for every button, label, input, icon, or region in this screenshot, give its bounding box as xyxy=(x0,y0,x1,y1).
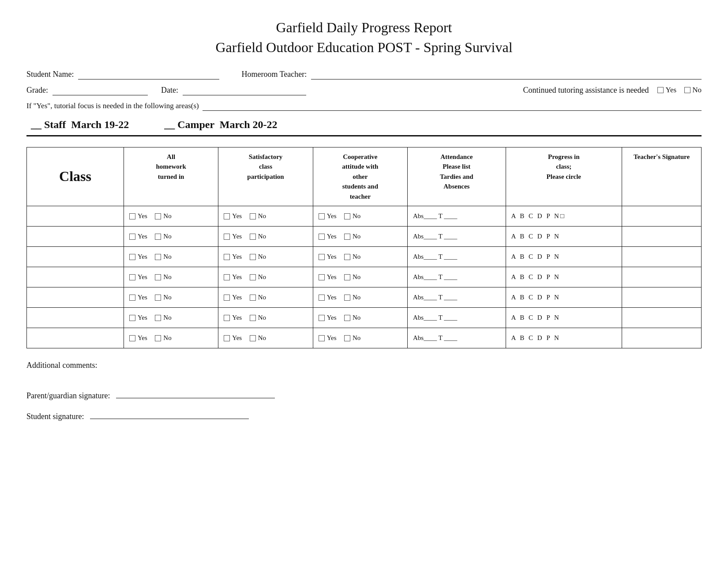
yes-cb[interactable] xyxy=(129,274,135,280)
date-input[interactable] xyxy=(183,86,306,95)
yes-text: Yes xyxy=(138,334,147,342)
abs-t-text: Abs____ T ____ xyxy=(413,212,457,219)
student-sig-label: Student signature: xyxy=(26,412,84,421)
no-cb[interactable] xyxy=(344,295,350,301)
yes-no-cell: Yes No xyxy=(313,328,407,348)
no-cb[interactable] xyxy=(344,254,350,260)
yes-cb[interactable] xyxy=(319,295,325,301)
yes-text: Yes xyxy=(232,314,242,321)
yes-no-cell: Yes No xyxy=(218,328,313,348)
yes-cb[interactable] xyxy=(319,315,325,321)
yes-cb[interactable] xyxy=(224,254,230,260)
abs-t-cell: Abs____ T ____ xyxy=(408,308,506,328)
grade-input[interactable] xyxy=(53,86,148,95)
no-text: No xyxy=(353,294,360,301)
no-cb[interactable] xyxy=(250,315,256,321)
table-row: Yes No Yes No Yes NoAbs____ T ____A B C … xyxy=(27,328,702,348)
yes-cb[interactable] xyxy=(224,213,230,219)
no-cb[interactable] xyxy=(250,335,256,341)
table-row: Yes No Yes No Yes NoAbs____ T ____A B C … xyxy=(27,308,702,328)
abs-t-text: Abs____ T ____ xyxy=(413,253,457,260)
yes-text: Yes xyxy=(138,314,147,321)
yes-cb[interactable] xyxy=(129,295,135,301)
yes-cb[interactable] xyxy=(129,213,135,219)
yes-text: Yes xyxy=(327,212,337,220)
additional-label: Additional comments: xyxy=(26,361,97,370)
yes-cb[interactable] xyxy=(129,254,135,260)
yes-text: Yes xyxy=(327,334,337,342)
yes-no-cell: Yes No xyxy=(124,308,218,328)
no-cb[interactable] xyxy=(344,213,350,219)
no-cb[interactable] xyxy=(250,234,256,240)
student-name-input[interactable] xyxy=(78,70,219,79)
no-cb[interactable] xyxy=(250,254,256,260)
yes-no-cell: Yes No xyxy=(124,227,218,247)
no-label: No xyxy=(692,86,702,94)
abs-t-cell: Abs____ T ____ xyxy=(408,247,506,267)
homeroom-input[interactable] xyxy=(311,70,702,79)
yes-checkbox-item[interactable]: Yes xyxy=(657,86,676,94)
class-cell xyxy=(27,267,124,287)
no-cb[interactable] xyxy=(250,295,256,301)
homeroom-label: Homeroom Teacher: xyxy=(241,70,307,79)
yes-cb[interactable] xyxy=(224,315,230,321)
stamp-row: __ Staff March 19-22 __ Camper March 20-… xyxy=(26,119,702,131)
yes-cb[interactable] xyxy=(224,335,230,341)
no-cb[interactable] xyxy=(344,274,350,280)
no-text: No xyxy=(163,233,171,240)
tutoring-label: Continued tutoring assistance is needed xyxy=(523,86,649,95)
grade-letters-cell: A B C D P N xyxy=(506,267,622,287)
yes-no-cell: Yes No xyxy=(218,227,313,247)
class-header: Class xyxy=(27,147,124,206)
yes-text: Yes xyxy=(138,253,147,261)
yes-no-cell: Yes No xyxy=(124,328,218,348)
no-text: No xyxy=(353,273,360,281)
yes-cb[interactable] xyxy=(129,234,135,240)
no-cb[interactable] xyxy=(344,335,350,341)
yes-no-cell: Yes No xyxy=(313,206,407,227)
yes-cb[interactable] xyxy=(224,295,230,301)
no-cb[interactable] xyxy=(250,274,256,280)
yes-no-cell: Yes No xyxy=(218,247,313,267)
camper-stamp: __ Camper March 20-22 xyxy=(164,119,277,131)
no-checkbox-item[interactable]: No xyxy=(684,86,702,94)
yes-cb[interactable] xyxy=(129,315,135,321)
no-text: No xyxy=(163,212,171,220)
no-cb[interactable] xyxy=(250,213,256,219)
no-text: No xyxy=(163,294,171,301)
no-cb[interactable] xyxy=(155,254,161,260)
no-checkbox[interactable] xyxy=(684,87,690,93)
yes-checkbox[interactable] xyxy=(657,87,664,93)
grade-letters-cell: A B C D P N□ xyxy=(506,206,622,227)
yes-cb[interactable] xyxy=(319,254,325,260)
no-cb[interactable] xyxy=(155,274,161,280)
grade-letters: A B C D P N xyxy=(511,233,560,240)
no-text: No xyxy=(353,233,360,240)
student-sig-line xyxy=(90,408,249,419)
date-label: Date: xyxy=(161,86,178,95)
yes-cb[interactable] xyxy=(319,274,325,280)
no-cb[interactable] xyxy=(155,213,161,219)
yes-text: Yes xyxy=(327,294,337,301)
no-cb[interactable] xyxy=(344,315,350,321)
no-cb[interactable] xyxy=(344,234,350,240)
yes-cb[interactable] xyxy=(319,213,325,219)
yes-cb[interactable] xyxy=(224,234,230,240)
teacher-sig-cell xyxy=(622,308,702,328)
grade-letters-cell: A B C D P N xyxy=(506,227,622,247)
no-cb[interactable] xyxy=(155,234,161,240)
abs-t-text: Abs____ T ____ xyxy=(413,273,457,280)
yes-cb[interactable] xyxy=(319,335,325,341)
yes-label: Yes xyxy=(665,86,676,94)
no-text: No xyxy=(163,253,171,261)
yes-cb[interactable] xyxy=(129,335,135,341)
focus-row: If "Yes", tutorial focus is needed in th… xyxy=(26,102,702,111)
yes-cb[interactable] xyxy=(224,274,230,280)
no-cb[interactable] xyxy=(155,335,161,341)
divider xyxy=(26,135,702,136)
focus-input[interactable] xyxy=(203,102,702,111)
no-cb[interactable] xyxy=(155,295,161,301)
grade-letters: A B C D P N xyxy=(511,334,560,341)
no-cb[interactable] xyxy=(155,315,161,321)
yes-cb[interactable] xyxy=(319,234,325,240)
